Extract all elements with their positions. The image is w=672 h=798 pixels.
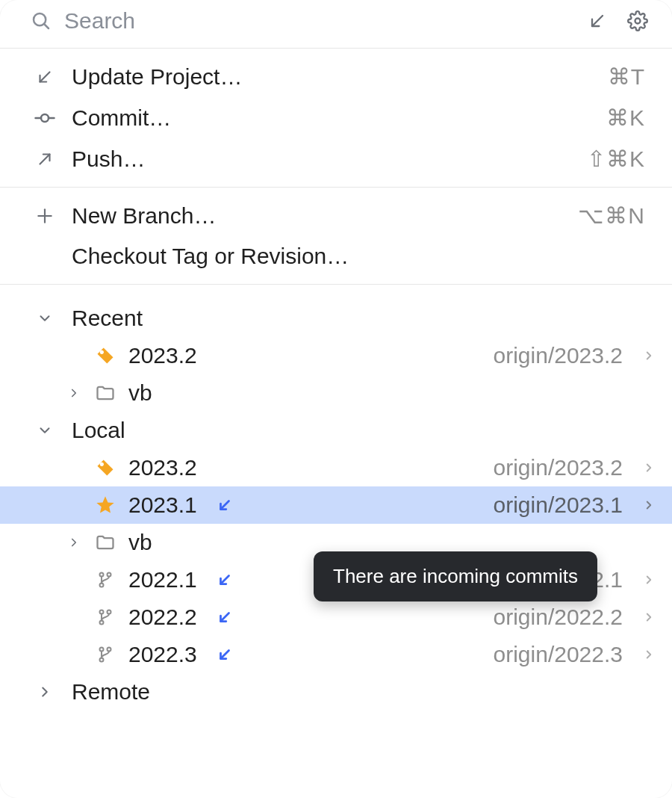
incoming-commits-icon	[217, 497, 233, 513]
branch-icon	[93, 571, 118, 589]
branch-name: 2022.1	[128, 567, 197, 593]
header	[0, 0, 672, 48]
search-icon	[30, 10, 52, 32]
action-checkout-revision[interactable]: Checkout Tag or Revision…	[0, 236, 672, 276]
plus-icon	[33, 206, 57, 226]
recent-group: Recent 2023.2 origin/2023.2	[0, 285, 672, 718]
shortcut: ⇧⌘K	[587, 146, 645, 172]
svg-line-25	[220, 651, 228, 659]
svg-point-11	[100, 350, 104, 354]
svg-line-17	[220, 576, 228, 584]
remote-ref: origin/2023.2	[494, 343, 623, 368]
action-new-branch[interactable]: New Branch… ⌥⌘N	[0, 195, 672, 236]
action-update-project[interactable]: Update Project… ⌘T	[0, 56, 672, 97]
shortcut: ⌘T	[608, 64, 645, 90]
group-header-recent[interactable]: Recent	[0, 300, 672, 337]
branch-folder-row[interactable]: vb	[0, 374, 672, 412]
shortcut: ⌥⌘N	[578, 202, 645, 229]
commit-icon	[33, 107, 57, 129]
branch-actions: New Branch… ⌥⌘N Checkout Tag or Revision…	[0, 188, 672, 284]
branch-row[interactable]: 2022.1 origin/2022.1	[0, 561, 672, 598]
svg-point-12	[100, 463, 104, 466]
branch-name: vb	[128, 380, 152, 406]
chevron-right-icon	[642, 349, 656, 362]
branch-row[interactable]: 2022.2 origin/2022.2	[0, 598, 672, 636]
primary-actions: Update Project… ⌘T Commit… ⌘K Push… ⇧⌘K	[0, 49, 672, 187]
branch-name: 2023.1	[128, 492, 197, 518]
branch-folder-row[interactable]: vb	[0, 524, 672, 561]
branch-row[interactable]: 2023.2 origin/2023.2	[0, 449, 672, 486]
incoming-commits-icon	[217, 572, 233, 588]
chevron-right-icon	[642, 573, 656, 587]
remote-ref: origin/2023.1	[494, 492, 623, 518]
action-label: Checkout Tag or Revision…	[72, 244, 645, 269]
group-label: Local	[72, 418, 125, 443]
branch-row[interactable]: 2022.3 origin/2022.3	[0, 636, 672, 673]
action-label: Update Project…	[72, 64, 593, 90]
chevron-right-icon	[642, 610, 656, 624]
group-label: Remote	[72, 679, 150, 705]
svg-line-8	[40, 154, 50, 164]
vcs-popup: Update Project… ⌘T Commit… ⌘K Push… ⇧⌘K	[0, 0, 672, 798]
folder-icon	[93, 383, 118, 403]
remote-ref: origin/2022.3	[494, 642, 623, 667]
star-favorite-icon	[93, 495, 118, 516]
chevron-right-icon	[642, 498, 656, 512]
branch-row[interactable]: 2023.2 origin/2023.2	[0, 337, 672, 374]
arrow-up-right-icon	[33, 149, 57, 169]
incoming-commits-icon	[217, 646, 233, 663]
branch-name: 2022.3	[128, 642, 197, 667]
branch-name: 2022.2	[128, 604, 197, 630]
remote-ref: origin/2023.2	[494, 455, 623, 480]
svg-point-5	[41, 114, 49, 122]
header-actions	[584, 7, 651, 34]
fetch-button[interactable]	[584, 7, 611, 34]
svg-point-3	[635, 19, 641, 24]
action-commit[interactable]: Commit… ⌘K	[0, 97, 672, 138]
arrow-down-left-icon	[33, 67, 57, 87]
branch-icon	[93, 608, 118, 626]
gear-icon[interactable]	[624, 7, 651, 34]
chevron-right-icon	[66, 386, 82, 400]
action-push[interactable]: Push… ⇧⌘K	[0, 138, 672, 179]
folder-icon	[93, 532, 118, 553]
tag-icon	[93, 345, 118, 366]
group-header-remote[interactable]: Remote	[0, 673, 672, 711]
chevron-right-icon	[33, 684, 57, 700]
remote-ref: origin/2022.1	[494, 567, 623, 593]
chevron-right-icon	[642, 461, 656, 474]
group-header-local[interactable]: Local	[0, 412, 672, 449]
action-label: Commit…	[72, 105, 591, 131]
branch-name: 2023.2	[128, 343, 197, 368]
tag-icon	[93, 457, 118, 478]
svg-line-4	[40, 72, 50, 81]
branch-row-selected[interactable]: 2023.1 origin/2023.1	[0, 486, 672, 524]
incoming-commits-icon	[217, 609, 233, 625]
chevron-down-icon	[33, 422, 57, 439]
svg-line-1	[44, 24, 49, 28]
branch-name: vb	[128, 530, 152, 555]
search-input[interactable]	[63, 7, 573, 34]
svg-line-13	[220, 501, 228, 510]
svg-line-21	[220, 613, 228, 622]
shortcut: ⌘K	[606, 105, 645, 131]
chevron-down-icon	[33, 310, 57, 327]
chevron-right-icon	[642, 648, 656, 661]
action-label: New Branch…	[72, 203, 563, 229]
chevron-right-icon	[66, 536, 82, 549]
action-label: Push…	[72, 146, 572, 172]
branch-name: 2023.2	[128, 455, 197, 480]
svg-line-2	[592, 16, 603, 26]
branch-icon	[93, 646, 118, 664]
group-label: Recent	[72, 306, 143, 331]
remote-ref: origin/2022.2	[494, 604, 623, 630]
